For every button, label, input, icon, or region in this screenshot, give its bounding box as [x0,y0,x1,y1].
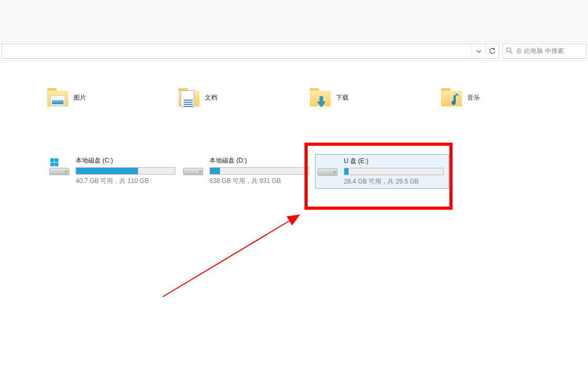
drive-info: 本地磁盘 (C:) 40.7 GB 可用，共 110 GB [76,156,179,186]
pictures-folder-icon [47,88,68,107]
windows-flag-icon [50,158,59,167]
refresh-button[interactable] [485,44,499,58]
folder-pictures[interactable]: 图片 [47,88,152,107]
drive-e[interactable]: U 盘 (E:) 28.4 GB 可用，共 29.5 GB [315,154,449,189]
music-folder-icon [441,88,462,107]
search-icon [506,47,513,56]
folders-section: 图片 文档 下载 音乐 [47,88,578,107]
svg-point-0 [507,48,511,52]
content-area: 图片 文档 下载 音乐 [0,61,588,377]
drive-icon [318,160,338,176]
drive-c[interactable]: 本地磁盘 (C:) 40.7 GB 可用，共 110 GB [47,154,181,189]
address-dropdown-button[interactable] [471,44,485,58]
drive-d[interactable]: 本地磁盘 (D:) 838 GB 可用，共 931 GB [181,154,315,189]
downloads-folder-icon [310,88,331,107]
ribbon-area [0,0,588,42]
svg-line-1 [510,51,512,53]
drive-usage-bar [209,167,309,175]
drive-usage-bar [344,168,444,175]
folder-label: 文档 [205,93,217,102]
drive-usage-fill [344,168,349,175]
music-note-icon [448,92,460,107]
chevron-down-icon [476,49,481,54]
drive-name: 本地磁盘 (D:) [209,156,313,165]
drive-icon [183,159,203,175]
drive-usage-bar [76,167,175,175]
drive-stats: 40.7 GB 可用，共 110 GB [76,177,179,186]
search-input[interactable]: 在 此电脑 中搜索 [502,44,586,59]
folder-label: 下载 [336,93,349,102]
address-row: 在 此电脑 中搜索 [0,42,588,61]
folder-music[interactable]: 音乐 [441,88,546,107]
drive-stats: 28.4 GB 可用，共 29.5 GB [344,177,446,186]
drive-info: U 盘 (E:) 28.4 GB 可用，共 29.5 GB [344,157,446,186]
drive-name: 本地磁盘 (C:) [76,156,179,165]
drive-stats: 838 GB 可用，共 931 GB [209,177,313,186]
drive-usage-fill [210,168,220,174]
folder-label: 音乐 [467,93,480,102]
folder-downloads[interactable]: 下载 [310,88,415,107]
documents-folder-icon [178,88,200,107]
search-placeholder: 在 此电脑 中搜索 [516,47,564,56]
refresh-icon [489,48,496,55]
drive-icon [49,159,69,175]
address-bar[interactable] [2,44,499,59]
folder-label: 图片 [74,93,86,102]
drive-usage-fill [76,168,138,174]
drive-info: 本地磁盘 (D:) 838 GB 可用，共 931 GB [209,156,313,186]
drive-name: U 盘 (E:) [344,157,446,166]
drives-section: 本地磁盘 (C:) 40.7 GB 可用，共 110 GB 本地磁盘 (D:) … [47,154,578,189]
folder-documents[interactable]: 文档 [178,88,284,107]
download-arrow-icon [316,95,327,108]
